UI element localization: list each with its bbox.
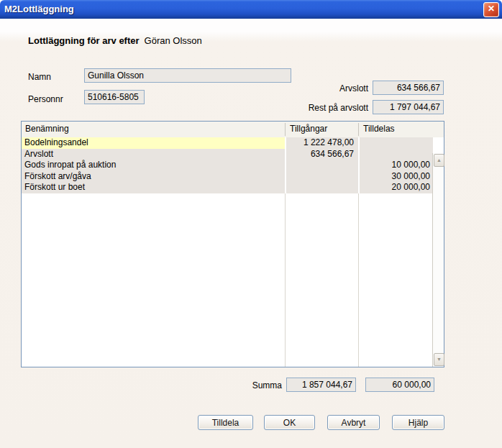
table-cell[interactable]: 1 222 478,00 bbox=[286, 137, 358, 149]
page-title: Lottläggning för arv efterGöran Olsson bbox=[28, 35, 202, 46]
close-icon[interactable]: ✕ bbox=[483, 2, 499, 17]
column-header-benamning[interactable]: Benämning bbox=[22, 122, 285, 137]
table-cell[interactable]: 634 566,67 bbox=[286, 149, 358, 160]
table-cell[interactable] bbox=[286, 160, 358, 171]
table-row[interactable]: Bodelningsandel1 222 478,00 bbox=[22, 137, 433, 149]
page-title-label: Lottläggning för arv efter bbox=[28, 35, 140, 46]
ok-button[interactable]: OK bbox=[264, 415, 315, 430]
table-cell[interactable] bbox=[286, 182, 358, 193]
table-cell[interactable] bbox=[360, 137, 433, 149]
table-cell[interactable]: 20 000,00 bbox=[360, 182, 433, 193]
column-header-tilldelas[interactable]: Tilldelas bbox=[360, 122, 433, 137]
table-cell[interactable]: Arvslott bbox=[22, 149, 285, 160]
table-row[interactable]: Förskott ur boet20 000,00 bbox=[22, 182, 433, 193]
table-row[interactable]: Gods inropat på auktion10 000,00 bbox=[22, 160, 433, 171]
name-label: Namn bbox=[28, 72, 51, 82]
summa-tillgangar-field: 1 857 044,67 bbox=[286, 378, 356, 392]
column-line bbox=[285, 193, 286, 367]
table-cell[interactable]: Bodelningsandel bbox=[22, 137, 285, 149]
table-body: Bodelningsandel1 222 478,00Arvslott634 5… bbox=[22, 137, 444, 367]
rest-pa-arvslott-label: Rest på arvslott bbox=[275, 103, 368, 113]
rest-pa-arvslott-value-field: 1 797 044,67 bbox=[373, 100, 444, 114]
scroll-down-icon[interactable]: ▼ bbox=[434, 353, 444, 366]
table-row[interactable]: Arvslott634 566,67 bbox=[22, 149, 433, 160]
personnr-label: Personnr bbox=[28, 94, 63, 104]
personnr-input[interactable] bbox=[84, 90, 145, 104]
table-cell[interactable]: 30 000,00 bbox=[360, 171, 433, 183]
table-row[interactable]: Förskott arv/gåva30 000,00 bbox=[22, 171, 433, 183]
title-bar[interactable]: M2Lottläggning ✕ bbox=[0, 0, 502, 19]
table-cell[interactable] bbox=[360, 149, 433, 160]
hjalp-button[interactable]: Hjälp bbox=[392, 415, 444, 430]
table-cell[interactable] bbox=[286, 171, 358, 183]
vertical-scrollbar[interactable]: ▲ ▼ bbox=[432, 153, 444, 367]
summa-tilldelas-field: 60 000,00 bbox=[365, 378, 434, 392]
header-separator bbox=[358, 123, 359, 136]
arvslott-value-field: 634 566,67 bbox=[373, 81, 444, 95]
avbryt-button[interactable]: Avbryt bbox=[327, 415, 380, 430]
dialog-window: M2Lottläggning ✕ Lottläggning för arv ef… bbox=[0, 0, 502, 448]
table-cell[interactable]: 10 000,00 bbox=[360, 160, 433, 171]
window-title: M2Lottläggning bbox=[4, 0, 74, 19]
arvslott-label: Arvslott bbox=[289, 83, 368, 93]
page-title-person: Göran Olsson bbox=[145, 35, 202, 46]
tilldela-button[interactable]: Tilldela bbox=[198, 415, 253, 430]
column-header-tillgangar[interactable]: Tillgångar bbox=[286, 122, 358, 137]
name-input[interactable] bbox=[84, 68, 291, 83]
scroll-up-icon[interactable]: ▲ bbox=[434, 154, 444, 167]
table-cell[interactable]: Förskott ur boet bbox=[22, 182, 285, 193]
table-cell[interactable]: Förskott arv/gåva bbox=[22, 171, 285, 183]
column-line bbox=[358, 193, 359, 367]
lots-table: Benämning Tillgångar Tilldelas Bodelning… bbox=[21, 121, 444, 367]
summa-label: Summa bbox=[201, 380, 282, 390]
table-header: Benämning Tillgångar Tilldelas bbox=[22, 122, 444, 138]
header-separator bbox=[285, 123, 286, 136]
table-cell[interactable]: Gods inropat på auktion bbox=[22, 160, 285, 171]
